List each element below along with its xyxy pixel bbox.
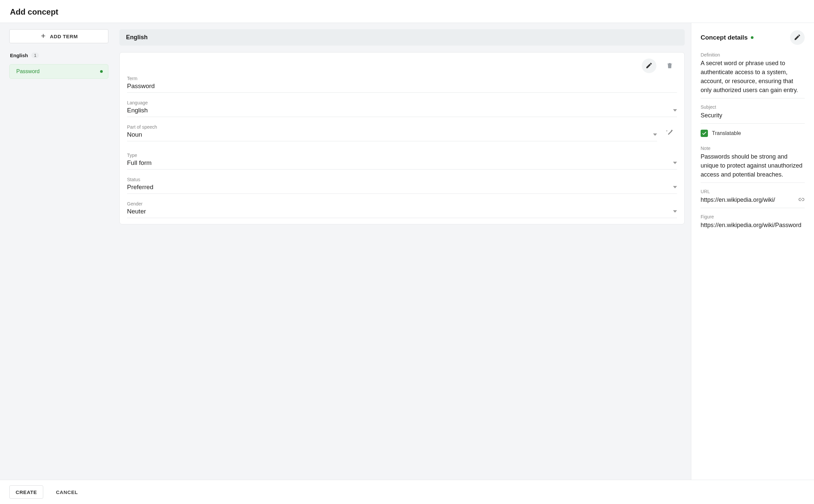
checkbox-label: Translatable (712, 130, 741, 136)
open-link-button[interactable] (797, 196, 805, 204)
term-editor: English Term (113, 23, 691, 480)
field-value: Noun (127, 131, 142, 138)
url-block: URL https://en.wikipedia.org/wiki/ (701, 189, 805, 208)
detail-value: https://en.wikipedia.org/wiki/Password (701, 221, 805, 230)
status-dot-icon (100, 70, 103, 73)
field-part-of-speech-row: Part of speech Noun (127, 123, 677, 141)
field-gender[interactable]: Gender Neuter (127, 200, 677, 218)
field-language[interactable]: Language English (127, 99, 677, 117)
modal-footer: CREATE CANCEL (0, 480, 814, 504)
detail-value: A secret word or phrase used to authenti… (701, 59, 805, 95)
language-section-header: English (119, 29, 685, 46)
status-dot-icon (751, 36, 753, 39)
subject-block: Subject Security (701, 104, 805, 124)
figure-block: Figure https://en.wikipedia.org/wiki/Pas… (701, 214, 805, 233)
panel-title: Concept details (701, 34, 747, 41)
field-status[interactable]: Status Preferred (127, 176, 677, 194)
language-group-header: English 1 (9, 53, 108, 58)
pencil-icon (645, 62, 653, 70)
detail-label: URL (701, 189, 805, 194)
detail-label: Subject (701, 104, 805, 110)
term-item-label: Password (16, 68, 100, 74)
field-value: Preferred (127, 184, 153, 191)
detail-label: Note (701, 146, 805, 151)
trash-icon (666, 62, 673, 70)
field-label: Part of speech (127, 124, 657, 130)
detail-value: Passwords should be strong and unique to… (701, 152, 805, 179)
chevron-down-icon (673, 184, 677, 191)
field-type[interactable]: Type Full form (127, 151, 677, 170)
detail-value: https://en.wikipedia.org/wiki/ (701, 195, 793, 204)
field-label: Language (127, 100, 677, 105)
field-value: Neuter (127, 208, 146, 215)
link-icon (797, 199, 805, 204)
chevron-down-icon (673, 159, 677, 167)
card-actions (127, 59, 677, 73)
term-card: Term Password Language English Part of s… (119, 52, 685, 224)
term-list-item[interactable]: Password (9, 64, 108, 79)
plus-icon (40, 33, 47, 40)
auto-fill-button[interactable] (662, 127, 677, 141)
checkbox-checked-icon (701, 130, 708, 137)
definition-block: Definition A secret word or phrase used … (701, 52, 805, 98)
edit-term-button[interactable] (642, 59, 656, 73)
translatable-checkbox[interactable]: Translatable (701, 130, 805, 137)
field-label: Status (127, 177, 677, 182)
main-content: ADD TERM English 1 Password English (0, 23, 814, 480)
edit-concept-details-button[interactable] (790, 30, 805, 45)
chevron-down-icon (673, 208, 677, 215)
field-value: English (127, 107, 148, 114)
terms-sidebar: ADD TERM English 1 Password (0, 23, 113, 480)
concept-details-panel: Concept details Definition A secret word… (691, 23, 814, 480)
language-group-name: English (10, 53, 28, 58)
field-label: Gender (127, 201, 677, 206)
field-label: Term (127, 76, 677, 81)
field-value: Password (127, 82, 155, 90)
create-button[interactable]: CREATE (9, 485, 43, 499)
detail-label: Figure (701, 214, 805, 219)
page-title: Add concept (10, 7, 804, 17)
note-block: Note Passwords should be strong and uniq… (701, 146, 805, 183)
detail-label: Definition (701, 52, 805, 58)
detail-value: Security (701, 111, 805, 120)
field-label: Type (127, 153, 677, 158)
field-value: Full form (127, 159, 152, 167)
chevron-down-icon (653, 131, 657, 138)
chevron-down-icon (673, 107, 677, 114)
add-term-button[interactable]: ADD TERM (9, 29, 108, 43)
add-term-label: ADD TERM (50, 34, 78, 39)
delete-term-button[interactable] (662, 59, 677, 73)
language-group-count: 1 (31, 53, 39, 58)
cancel-button[interactable]: CANCEL (50, 485, 84, 499)
magic-wand-icon (665, 128, 674, 138)
panel-header: Concept details (701, 30, 805, 45)
field-term[interactable]: Term Password (127, 74, 677, 93)
pencil-icon (794, 34, 801, 42)
modal-header: Add concept (0, 0, 814, 23)
field-part-of-speech[interactable]: Part of speech Noun (127, 124, 657, 141)
